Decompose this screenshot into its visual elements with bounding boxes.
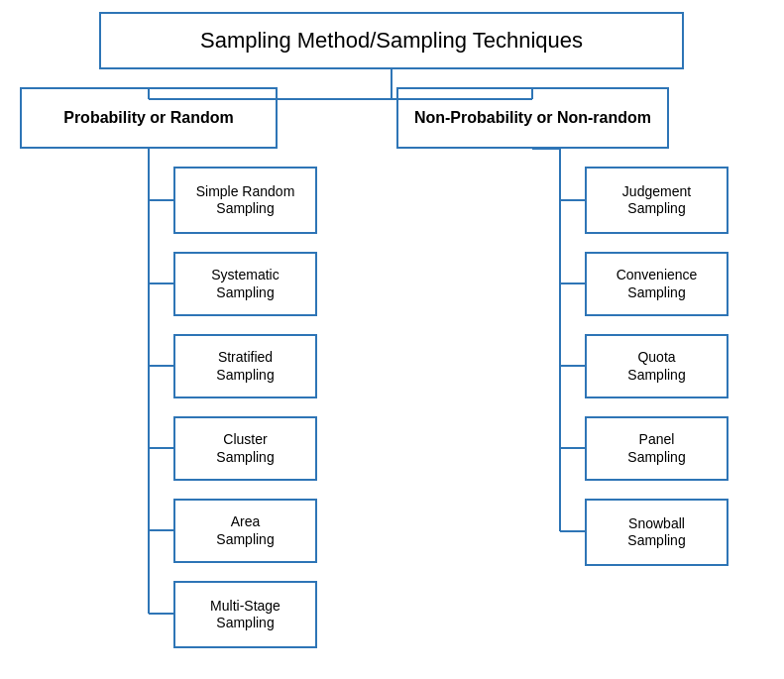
nonprobability-label: Non-Probability or Non-random	[414, 108, 651, 128]
left-leaf-4: Cluster Sampling	[173, 416, 317, 481]
left-leaf-1: Simple Random Sampling	[173, 167, 317, 234]
left-leaf-6: Multi-Stage Sampling	[173, 581, 317, 648]
diagram-container: Sampling Method/Sampling Techniques Prob…	[0, 0, 784, 679]
probability-label: Probability or Random	[63, 108, 234, 128]
title-box: Sampling Method/Sampling Techniques	[99, 12, 684, 69]
nonprobability-category: Non-Probability or Non-random	[396, 87, 669, 149]
right-leaf-2: Convenience Sampling	[585, 252, 728, 316]
left-leaf-5: Area Sampling	[173, 499, 317, 563]
left-leaf-3: Stratified Sampling	[173, 334, 317, 398]
probability-category: Probability or Random	[20, 87, 278, 149]
right-leaf-4: Panel Sampling	[585, 416, 728, 481]
left-leaf-2: Systematic Sampling	[173, 252, 317, 316]
title-text: Sampling Method/Sampling Techniques	[200, 27, 583, 55]
right-leaf-5: Snowball Sampling	[585, 499, 728, 566]
right-leaf-3: Quota Sampling	[585, 334, 728, 398]
right-leaf-1: Judgement Sampling	[585, 167, 728, 234]
